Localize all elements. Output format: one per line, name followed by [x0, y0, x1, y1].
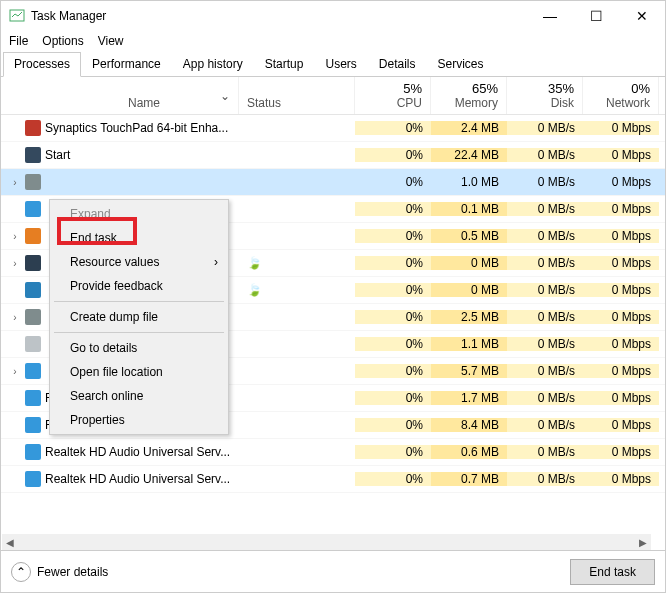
network-cell: 0 Mbps — [583, 148, 659, 162]
ctx-separator — [54, 301, 224, 302]
expand-icon[interactable]: › — [9, 366, 21, 377]
memory-cell: 0 MB — [431, 283, 507, 297]
maximize-button[interactable]: ☐ — [573, 1, 619, 31]
col-network[interactable]: 0%Network — [583, 77, 659, 114]
cpu-cell: 0% — [355, 202, 431, 216]
ctx-feedback[interactable]: Provide feedback — [52, 274, 226, 298]
network-cell: 0 Mbps — [583, 364, 659, 378]
network-cell: 0 Mbps — [583, 229, 659, 243]
scroll-right-icon[interactable]: ▶ — [635, 537, 651, 548]
memory-cell: 5.7 MB — [431, 364, 507, 378]
memory-cell: 0.1 MB — [431, 202, 507, 216]
menu-options[interactable]: Options — [42, 34, 83, 48]
footer: ⌃ Fewer details End task — [1, 550, 665, 592]
ctx-dump-file[interactable]: Create dump file — [52, 305, 226, 329]
cpu-cell: 0% — [355, 121, 431, 135]
process-icon — [25, 336, 41, 352]
network-cell: 0 Mbps — [583, 121, 659, 135]
disk-cell: 0 MB/s — [507, 391, 583, 405]
memory-cell: 22.4 MB — [431, 148, 507, 162]
ctx-properties[interactable]: Properties — [52, 408, 226, 432]
expand-icon[interactable]: › — [9, 231, 21, 242]
process-icon — [25, 390, 41, 406]
app-icon — [9, 8, 25, 24]
cpu-cell: 0% — [355, 364, 431, 378]
chevron-up-icon: ⌃ — [11, 562, 31, 582]
memory-cell: 2.5 MB — [431, 310, 507, 324]
col-name[interactable]: Name ⌄ — [1, 77, 239, 114]
tab-performance[interactable]: Performance — [81, 52, 172, 77]
tab-details[interactable]: Details — [368, 52, 427, 77]
tab-bar: Processes Performance App history Startu… — [1, 51, 665, 77]
process-icon — [25, 228, 41, 244]
fewer-details-toggle[interactable]: ⌃ Fewer details — [11, 562, 570, 582]
tab-apphistory[interactable]: App history — [172, 52, 254, 77]
disk-cell: 0 MB/s — [507, 337, 583, 351]
ctx-separator — [54, 332, 224, 333]
process-icon — [25, 282, 41, 298]
network-cell: 0 Mbps — [583, 256, 659, 270]
scroll-left-icon[interactable]: ◀ — [2, 537, 18, 548]
cpu-cell: 0% — [355, 148, 431, 162]
tab-services[interactable]: Services — [427, 52, 495, 77]
ctx-end-task[interactable]: End task — [52, 226, 226, 250]
ctx-resource-values[interactable]: Resource values› — [52, 250, 226, 274]
tab-processes[interactable]: Processes — [3, 52, 81, 77]
table-row[interactable]: Start0%22.4 MB0 MB/s0 Mbps — [1, 142, 665, 169]
process-name: Realtek HD Audio Universal Serv... — [45, 445, 230, 459]
memory-cell: 1.7 MB — [431, 391, 507, 405]
sort-icon: ⌄ — [220, 89, 230, 103]
process-icon — [25, 417, 41, 433]
cpu-cell: 0% — [355, 283, 431, 297]
tab-startup[interactable]: Startup — [254, 52, 315, 77]
close-button[interactable]: ✕ — [619, 1, 665, 31]
table-row[interactable]: Synaptics TouchPad 64-bit Enha...0%2.4 M… — [1, 115, 665, 142]
leaf-icon: 🍃 — [247, 283, 262, 297]
menu-bar: File Options View — [1, 31, 665, 51]
disk-cell: 0 MB/s — [507, 310, 583, 324]
process-icon — [25, 363, 41, 379]
column-headers: Name ⌄ Status 5%CPU 65%Memory 35%Disk 0%… — [1, 77, 665, 115]
ctx-go-details[interactable]: Go to details — [52, 336, 226, 360]
title-bar: Task Manager — ☐ ✕ — [1, 1, 665, 31]
process-icon — [25, 309, 41, 325]
menu-file[interactable]: File — [9, 34, 28, 48]
disk-cell: 0 MB/s — [507, 364, 583, 378]
ctx-expand[interactable]: Expand — [52, 202, 226, 226]
cpu-cell: 0% — [355, 175, 431, 189]
network-cell: 0 Mbps — [583, 472, 659, 486]
network-cell: 0 Mbps — [583, 283, 659, 297]
network-cell: 0 Mbps — [583, 445, 659, 459]
memory-cell: 0.6 MB — [431, 445, 507, 459]
disk-cell: 0 MB/s — [507, 445, 583, 459]
col-disk[interactable]: 35%Disk — [507, 77, 583, 114]
table-row[interactable]: Realtek HD Audio Universal Serv...0%0.6 … — [1, 439, 665, 466]
tab-users[interactable]: Users — [314, 52, 367, 77]
ctx-open-location[interactable]: Open file location — [52, 360, 226, 384]
col-cpu[interactable]: 5%CPU — [355, 77, 431, 114]
end-task-button[interactable]: End task — [570, 559, 655, 585]
network-cell: 0 Mbps — [583, 175, 659, 189]
cpu-cell: 0% — [355, 229, 431, 243]
submenu-arrow-icon: › — [214, 255, 218, 269]
memory-cell: 1.0 MB — [431, 175, 507, 189]
memory-cell: 0.5 MB — [431, 229, 507, 243]
ctx-search-online[interactable]: Search online — [52, 384, 226, 408]
col-status[interactable]: Status — [239, 77, 355, 114]
process-icon — [25, 255, 41, 271]
table-row[interactable]: Realtek HD Audio Universal Serv...0%0.7 … — [1, 466, 665, 493]
col-memory[interactable]: 65%Memory — [431, 77, 507, 114]
status-cell: 🍃 — [239, 283, 355, 297]
expand-icon[interactable]: › — [9, 177, 21, 188]
h-scrollbar[interactable]: ◀ ▶ — [2, 534, 651, 550]
leaf-icon: 🍃 — [247, 256, 262, 270]
expand-icon[interactable]: › — [9, 312, 21, 323]
disk-cell: 0 MB/s — [507, 175, 583, 189]
minimize-button[interactable]: — — [527, 1, 573, 31]
menu-view[interactable]: View — [98, 34, 124, 48]
disk-cell: 0 MB/s — [507, 229, 583, 243]
memory-cell: 8.4 MB — [431, 418, 507, 432]
table-row[interactable]: ›0%1.0 MB0 MB/s0 Mbps — [1, 169, 665, 196]
process-icon — [25, 201, 41, 217]
expand-icon[interactable]: › — [9, 258, 21, 269]
